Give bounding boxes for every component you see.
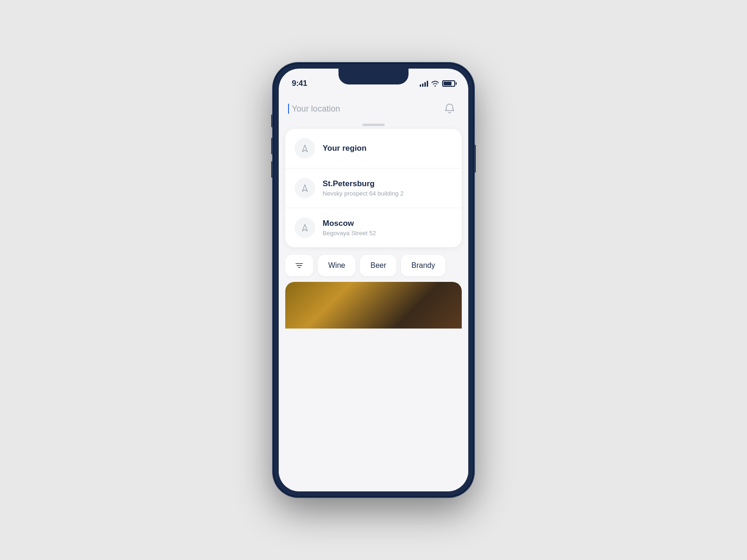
wifi-icon: [431, 80, 439, 87]
location-input-wrapper[interactable]: Your location: [288, 104, 435, 114]
signal-bar-2: [422, 84, 423, 87]
location-name-moscow: Moscow: [323, 219, 376, 228]
category-wine[interactable]: Wine: [318, 255, 355, 276]
sheet-handle: [279, 124, 468, 126]
app-content: Your location: [279, 92, 468, 491]
category-beer[interactable]: Beer: [360, 255, 396, 276]
bottom-preview-image: [285, 282, 462, 329]
location-address-moscow: Begovaya Street 52: [323, 230, 376, 237]
navigate-icon: [301, 144, 309, 153]
signal-bar-1: [420, 84, 421, 87]
notch: [338, 69, 409, 84]
bell-icon: [444, 103, 456, 115]
location-icon-bg-moscow: [295, 217, 315, 238]
location-text-region: Your region: [323, 144, 366, 153]
category-wine-label: Wine: [328, 261, 345, 270]
search-area: Your location: [279, 92, 468, 124]
battery-icon: [442, 80, 455, 87]
phone-screen: 9:41: [279, 69, 468, 491]
category-beer-label: Beer: [370, 261, 386, 270]
location-icon-bg: [295, 138, 315, 159]
location-icon-bg-spb: [295, 178, 315, 198]
navigate-icon-spb: [301, 184, 309, 192]
status-time: 9:41: [292, 79, 307, 88]
signal-bar-3: [424, 82, 426, 87]
handle-bar: [362, 124, 385, 126]
text-cursor: [288, 104, 289, 114]
notifications-button[interactable]: [440, 99, 459, 118]
power-button: [474, 145, 476, 173]
location-text-spb: St.Petersburg Nevsky prospect 64 buildin…: [323, 179, 403, 197]
status-icons: [420, 80, 455, 87]
filter-icon: [296, 262, 303, 269]
battery-fill: [444, 82, 451, 85]
phone-frame: 9:41: [273, 63, 474, 497]
location-text-moscow: Moscow Begovaya Street 52: [323, 219, 376, 237]
category-row: Wine Beer Brandy: [279, 247, 468, 282]
category-brandy-label: Brandy: [411, 261, 435, 270]
navigate-icon-moscow: [301, 224, 309, 232]
location-item-spb[interactable]: St.Petersburg Nevsky prospect 64 buildin…: [285, 168, 462, 208]
location-address-spb: Nevsky prospect 64 building 2: [323, 190, 403, 197]
location-item-moscow[interactable]: Moscow Begovaya Street 52: [285, 208, 462, 247]
location-list-card: Your region St.Petersburg Nevsky prospec…: [285, 129, 462, 247]
signal-bar-4: [427, 81, 428, 87]
category-brandy[interactable]: Brandy: [401, 255, 445, 276]
location-item-region[interactable]: Your region: [285, 129, 462, 168]
location-placeholder: Your location: [288, 104, 340, 113]
location-name: Your region: [323, 144, 366, 153]
preview-gradient: [285, 282, 462, 329]
location-name-spb: St.Petersburg: [323, 179, 403, 189]
filter-button[interactable]: [285, 255, 313, 276]
signal-icon: [420, 80, 428, 87]
